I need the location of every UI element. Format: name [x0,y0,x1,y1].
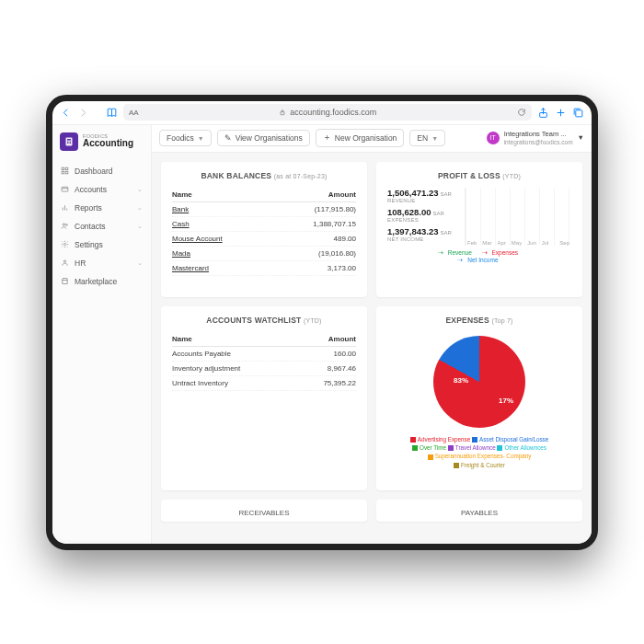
sidebar-item-hr[interactable]: HR⌄ [52,254,151,272]
svg-rect-15 [62,171,64,174]
sidebar-item-settings[interactable]: Settings [52,236,151,254]
share-icon[interactable] [537,107,549,119]
svg-rect-12 [70,143,71,144]
sidebar-item-reports[interactable]: Reports⌄ [52,199,151,217]
dashboard-icon [61,167,69,175]
chevron-down-icon: ⌄ [137,186,143,193]
table-row: Accounts Payable160.00 [172,347,356,362]
chevron-down-icon: ⌄ [137,223,143,230]
contacts-icon [61,222,69,230]
brand[interactable]: FOODICS Accounting [52,125,151,162]
svg-rect-13 [62,167,64,170]
lock-icon [279,109,286,116]
table-row: Mada(19,016.80) [172,247,356,261]
new-tab-icon[interactable] [555,107,567,119]
market-icon [61,277,69,285]
lang-switcher[interactable]: EN▼ [409,130,445,146]
card-expenses: EXPENSES (Top 7) 83% 17% Advertising Exp… [376,306,582,491]
pl-line-chart: FebMarAprMayJunJulSep [465,188,571,246]
account-link[interactable]: Mada [172,249,190,258]
pie-label-a: 83% [454,376,468,385]
brand-name: Accounting [83,139,133,148]
sidebar-item-accounts[interactable]: Accounts⌄ [52,180,151,199]
svg-rect-9 [70,141,71,142]
svg-rect-0 [281,112,284,115]
table-row: Cash1,388,707.15 [172,217,356,232]
text-size-icon[interactable]: AA [129,109,139,117]
account-link[interactable]: Mouse Account [172,235,223,243]
card-profit-loss: PROFIT & LOSS (YTD) 1,506,471.23SAR REVE… [376,162,582,297]
card-accounts-watchlist: ACCOUNTS WATCHLIST (YTD) NameAmount Acco… [161,306,367,491]
sidebar-item-label: Accounts [75,185,107,194]
sidebar-item-marketplace[interactable]: Marketplace [52,272,151,291]
pencil-icon: ✎ [224,133,232,143]
svg-rect-4 [576,109,582,116]
topbar: Foodics▼ ✎View Organisations ＋New Organi… [152,125,592,153]
svg-rect-26 [63,280,67,283]
org-switcher[interactable]: Foodics▼ [159,130,212,146]
plus-icon: ＋ [323,132,331,144]
sidebar-item-label: HR [75,259,86,268]
svg-point-22 [63,224,64,225]
svg-rect-10 [67,143,68,144]
dashboard-grid: BANK BALANCES (as at 07-Sep-23) NameAmou… [152,153,592,544]
svg-rect-17 [62,187,68,191]
sidebar-item-dashboard[interactable]: Dashboard [52,162,151,180]
table-row: Untract Inventory75,395.22 [172,376,356,391]
chevron-down-icon: ▼ [578,133,584,142]
address-bar[interactable]: AA accounting.foodics.com [123,104,532,121]
account-link[interactable]: Mastercard [172,264,209,272]
table-row: Inventory adjustment8,967.46 [172,362,356,376]
svg-rect-11 [69,143,70,144]
tablet-frame: AA accounting.foodics.com FOODICS Accoun… [46,95,598,550]
card-bank-balances: BANK BALANCES (as at 07-Sep-23) NameAmou… [161,162,367,297]
sidebar-item-label: Marketplace [75,277,117,286]
svg-point-23 [65,224,67,225]
accounts-icon [61,185,69,193]
account-link[interactable]: Cash [172,220,190,228]
table-row: Bank(117,915.80) [172,202,356,217]
svg-rect-16 [65,171,68,174]
url-host: accounting.foodics.com [290,108,376,117]
table-row: Mouse Account489.00 [172,232,356,247]
card-payables: PAYABLES [376,500,582,522]
main: Foodics▼ ✎View Organisations ＋New Organi… [152,125,592,544]
book-icon[interactable] [106,107,118,119]
card-receivables: RECEIVABLES [161,500,367,522]
user-name: Integrations Team ... [504,131,573,138]
chevron-down-icon: ⌄ [137,204,143,212]
settings-icon [61,240,69,248]
forward-icon [77,107,89,119]
sidebar-item-label: Dashboard [75,167,113,176]
svg-rect-8 [69,141,70,142]
reports-icon [61,203,69,212]
chevron-down-icon: ⌄ [137,259,143,267]
expenses-pie-chart: 83% 17% [433,336,525,428]
sidebar-item-label: Contacts [75,222,106,231]
account-link[interactable]: Bank [172,205,189,213]
user-menu[interactable]: IT Integrations Team ... integrations@fo… [487,131,584,144]
sidebar-item-label: Reports [75,203,102,213]
browser-toolbar: AA accounting.foodics.com [52,101,592,125]
brand-logo-icon [60,132,78,151]
sidebar-item-contacts[interactable]: Contacts⌄ [52,217,151,236]
reload-icon[interactable] [517,108,526,117]
tabs-icon[interactable] [572,107,584,119]
pl-legend: ⇢ Revenue ⇢ Expenses ⇢ Net Income [387,249,571,264]
sidebar-item-label: Settings [75,240,103,249]
avatar: IT [487,132,500,144]
new-org-button[interactable]: ＋New Organisation [316,129,405,147]
sidebar: FOODICS Accounting DashboardAccounts⌄Rep… [52,125,152,544]
table-row: Mastercard3,173.00 [172,261,356,276]
pie-label-b: 17% [499,397,513,405]
user-email: integrations@foodics.com [504,139,573,145]
svg-point-24 [63,243,65,245]
back-icon[interactable] [60,107,72,119]
expenses-legend: Advertising Expense Asset Disposal Gain/… [387,435,571,470]
hr-icon [61,259,69,267]
svg-point-25 [63,260,65,262]
svg-rect-7 [67,141,68,142]
svg-rect-14 [65,167,68,170]
svg-rect-6 [67,139,71,141]
view-orgs-button[interactable]: ✎View Organisations [217,130,310,146]
